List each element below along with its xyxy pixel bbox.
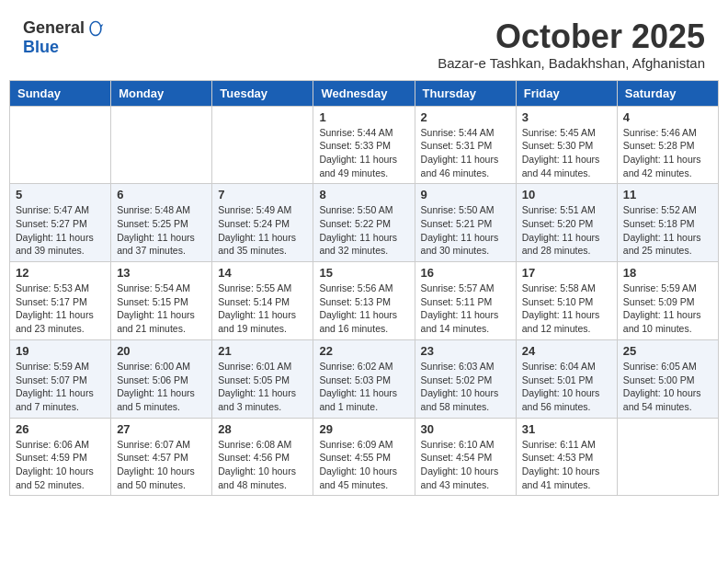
calendar-cell: 7Sunrise: 5:49 AM Sunset: 5:24 PM Daylig… (212, 184, 313, 262)
day-info: Sunrise: 6:07 AM Sunset: 4:57 PM Dayligh… (117, 438, 206, 492)
day-number: 9 (421, 188, 510, 201)
weekday-header-wednesday: Wednesday (313, 80, 415, 106)
logo-blue-text: Blue (23, 38, 59, 57)
weekday-header-sunday: Sunday (10, 80, 111, 106)
day-number: 3 (522, 110, 611, 124)
day-info: Sunrise: 6:06 AM Sunset: 4:59 PM Dayligh… (16, 438, 105, 492)
day-info: Sunrise: 5:59 AM Sunset: 5:09 PM Dayligh… (623, 282, 712, 336)
calendar-cell: 26Sunrise: 6:06 AM Sunset: 4:59 PM Dayli… (10, 418, 111, 496)
day-info: Sunrise: 6:04 AM Sunset: 5:01 PM Dayligh… (522, 360, 611, 414)
weekday-header-thursday: Thursday (415, 80, 516, 106)
calendar-cell: 16Sunrise: 5:57 AM Sunset: 5:11 PM Dayli… (415, 262, 516, 340)
day-number: 13 (117, 266, 206, 280)
day-info: Sunrise: 6:01 AM Sunset: 5:05 PM Dayligh… (218, 360, 307, 414)
calendar-cell: 30Sunrise: 6:10 AM Sunset: 4:54 PM Dayli… (415, 418, 516, 496)
day-info: Sunrise: 6:00 AM Sunset: 5:06 PM Dayligh… (117, 360, 206, 414)
logo-icon (86, 19, 105, 38)
day-info: Sunrise: 6:08 AM Sunset: 4:56 PM Dayligh… (218, 438, 307, 492)
calendar-cell: 23Sunrise: 6:03 AM Sunset: 5:02 PM Dayli… (415, 339, 516, 418)
day-number: 14 (218, 266, 307, 280)
calendar-cell: 10Sunrise: 5:51 AM Sunset: 5:20 PM Dayli… (516, 184, 617, 262)
calendar-cell: 4Sunrise: 5:46 AM Sunset: 5:28 PM Daylig… (617, 106, 718, 184)
calendar-cell: 18Sunrise: 5:59 AM Sunset: 5:09 PM Dayli… (617, 262, 718, 340)
day-number: 31 (522, 422, 611, 436)
calendar-cell: 15Sunrise: 5:56 AM Sunset: 5:13 PM Dayli… (313, 262, 415, 340)
calendar-cell: 20Sunrise: 6:00 AM Sunset: 5:06 PM Dayli… (111, 339, 212, 418)
weekday-header-monday: Monday (111, 80, 212, 106)
day-number: 18 (623, 266, 712, 280)
calendar-cell (212, 106, 313, 184)
calendar-week-5: 26Sunrise: 6:06 AM Sunset: 4:59 PM Dayli… (10, 418, 719, 496)
calendar-week-2: 5Sunrise: 5:47 AM Sunset: 5:27 PM Daylig… (10, 184, 719, 262)
day-info: Sunrise: 5:44 AM Sunset: 5:31 PM Dayligh… (421, 126, 510, 180)
day-number: 26 (16, 422, 105, 436)
calendar-cell: 8Sunrise: 5:50 AM Sunset: 5:22 PM Daylig… (313, 184, 415, 262)
day-number: 28 (218, 422, 307, 436)
day-info: Sunrise: 5:50 AM Sunset: 5:22 PM Dayligh… (319, 203, 408, 258)
day-number: 27 (117, 422, 206, 436)
day-info: Sunrise: 5:46 AM Sunset: 5:28 PM Dayligh… (623, 126, 712, 180)
calendar-week-3: 12Sunrise: 5:53 AM Sunset: 5:17 PM Dayli… (10, 262, 719, 340)
day-number: 25 (623, 344, 712, 358)
calendar-cell: 3Sunrise: 5:45 AM Sunset: 5:30 PM Daylig… (516, 106, 617, 184)
weekday-header-friday: Friday (516, 80, 617, 106)
logo-general-text: General (23, 18, 85, 38)
calendar-cell: 25Sunrise: 6:05 AM Sunset: 5:00 PM Dayli… (617, 339, 718, 418)
calendar-cell: 2Sunrise: 5:44 AM Sunset: 5:31 PM Daylig… (415, 106, 516, 184)
calendar-cell (111, 106, 212, 184)
day-number: 22 (319, 344, 408, 358)
day-number: 2 (421, 110, 510, 124)
day-info: Sunrise: 5:44 AM Sunset: 5:33 PM Dayligh… (319, 126, 408, 180)
day-number: 5 (16, 188, 105, 201)
calendar-week-4: 19Sunrise: 5:59 AM Sunset: 5:07 PM Dayli… (10, 339, 719, 418)
day-info: Sunrise: 5:55 AM Sunset: 5:14 PM Dayligh… (218, 282, 307, 336)
day-info: Sunrise: 5:59 AM Sunset: 5:07 PM Dayligh… (16, 360, 105, 414)
calendar-cell: 28Sunrise: 6:08 AM Sunset: 4:56 PM Dayli… (212, 418, 313, 496)
day-number: 23 (421, 344, 510, 358)
page-header: General Blue October 2025 Bazar-e Tashka… (9, 9, 719, 75)
calendar-cell: 12Sunrise: 5:53 AM Sunset: 5:17 PM Dayli… (10, 262, 111, 340)
day-number: 12 (16, 266, 105, 280)
day-info: Sunrise: 5:52 AM Sunset: 5:18 PM Dayligh… (623, 203, 712, 258)
day-number: 24 (522, 344, 611, 358)
calendar-cell (10, 106, 111, 184)
day-number: 17 (522, 266, 611, 280)
day-number: 29 (319, 422, 408, 436)
day-number: 1 (319, 110, 408, 124)
calendar-cell: 27Sunrise: 6:07 AM Sunset: 4:57 PM Dayli… (111, 418, 212, 496)
day-info: Sunrise: 5:53 AM Sunset: 5:17 PM Dayligh… (16, 282, 105, 336)
calendar-cell: 5Sunrise: 5:47 AM Sunset: 5:27 PM Daylig… (10, 184, 111, 262)
calendar-cell (617, 418, 718, 496)
day-info: Sunrise: 6:05 AM Sunset: 5:00 PM Dayligh… (623, 360, 712, 414)
month-title: October 2025 (438, 18, 705, 55)
calendar-table: SundayMondayTuesdayWednesdayThursdayFrid… (9, 80, 719, 497)
day-info: Sunrise: 5:49 AM Sunset: 5:24 PM Dayligh… (218, 203, 307, 258)
day-info: Sunrise: 5:48 AM Sunset: 5:25 PM Dayligh… (117, 203, 206, 258)
day-number: 11 (623, 188, 712, 201)
calendar-cell: 6Sunrise: 5:48 AM Sunset: 5:25 PM Daylig… (111, 184, 212, 262)
calendar-cell: 17Sunrise: 5:58 AM Sunset: 5:10 PM Dayli… (516, 262, 617, 340)
day-info: Sunrise: 5:58 AM Sunset: 5:10 PM Dayligh… (522, 282, 611, 336)
day-info: Sunrise: 5:50 AM Sunset: 5:21 PM Dayligh… (421, 203, 510, 258)
calendar-cell: 29Sunrise: 6:09 AM Sunset: 4:55 PM Dayli… (313, 418, 415, 496)
calendar-cell: 1Sunrise: 5:44 AM Sunset: 5:33 PM Daylig… (313, 106, 415, 184)
calendar-cell: 21Sunrise: 6:01 AM Sunset: 5:05 PM Dayli… (212, 339, 313, 418)
weekday-header-tuesday: Tuesday (212, 80, 313, 106)
day-number: 16 (421, 266, 510, 280)
day-info: Sunrise: 6:03 AM Sunset: 5:02 PM Dayligh… (421, 360, 510, 414)
calendar-cell: 14Sunrise: 5:55 AM Sunset: 5:14 PM Dayli… (212, 262, 313, 340)
day-number: 7 (218, 188, 307, 201)
day-number: 6 (117, 188, 206, 201)
location-title: Bazar-e Tashkan, Badakhshan, Afghanistan (438, 55, 705, 71)
day-info: Sunrise: 5:57 AM Sunset: 5:11 PM Dayligh… (421, 282, 510, 336)
calendar-cell: 19Sunrise: 5:59 AM Sunset: 5:07 PM Dayli… (10, 339, 111, 418)
day-info: Sunrise: 5:47 AM Sunset: 5:27 PM Dayligh… (16, 203, 105, 258)
calendar-cell: 13Sunrise: 5:54 AM Sunset: 5:15 PM Dayli… (111, 262, 212, 340)
calendar-cell: 31Sunrise: 6:11 AM Sunset: 4:53 PM Dayli… (516, 418, 617, 496)
day-number: 8 (319, 188, 408, 201)
day-info: Sunrise: 5:54 AM Sunset: 5:15 PM Dayligh… (117, 282, 206, 336)
weekday-header-row: SundayMondayTuesdayWednesdayThursdayFrid… (10, 80, 719, 106)
calendar-cell: 11Sunrise: 5:52 AM Sunset: 5:18 PM Dayli… (617, 184, 718, 262)
day-info: Sunrise: 5:45 AM Sunset: 5:30 PM Dayligh… (522, 126, 611, 180)
day-info: Sunrise: 5:56 AM Sunset: 5:13 PM Dayligh… (319, 282, 408, 336)
